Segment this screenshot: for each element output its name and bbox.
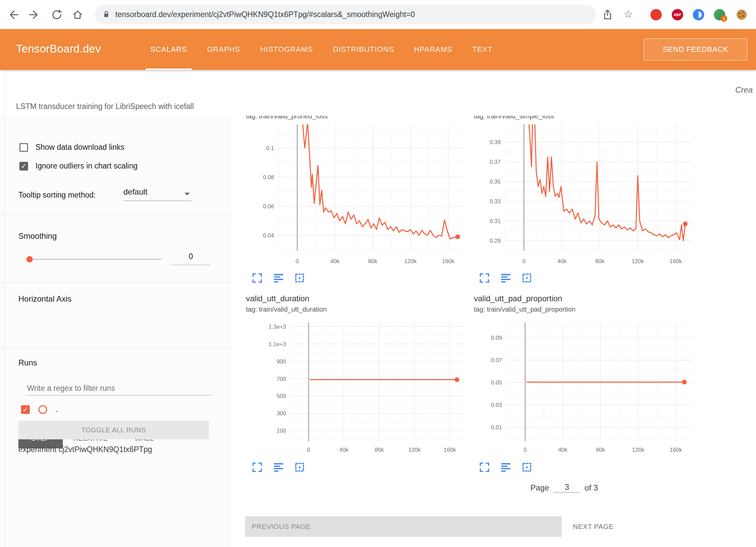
tooltip-sorting-label: Tooltip sorting method: [18, 191, 96, 200]
url-bar[interactable]: tensorboard.dev/experiment/cj2vtPiwQHKN9… [95, 5, 596, 24]
smoothing-slider-thumb[interactable] [26, 256, 33, 262]
bookmark-star-icon[interactable]: ☆ [624, 8, 633, 20]
svg-text:0.04: 0.04 [263, 232, 274, 239]
log-scale-icon[interactable] [273, 462, 284, 473]
svg-text:0.03: 0.03 [491, 402, 502, 408]
svg-text:900: 900 [277, 358, 286, 365]
log-scale-icon[interactable] [500, 272, 511, 284]
svg-text:300: 300 [277, 410, 286, 417]
tab-graphs[interactable]: GRAPHS [207, 29, 240, 70]
svg-text:40k: 40k [558, 447, 568, 453]
smoothing-slider-track[interactable] [27, 259, 161, 260]
svg-text:1.3e+3: 1.3e+3 [269, 324, 286, 330]
chart-plot[interactable]: 040k80k120k160k0.040.060.080.1 [251, 124, 469, 268]
svg-text:160k: 160k [442, 258, 455, 264]
log-scale-icon[interactable] [500, 462, 511, 473]
expand-card-icon[interactable] [252, 272, 263, 284]
chevron-down-icon [184, 193, 190, 196]
show-download-links-label: Show data download links [35, 143, 124, 152]
fit-domain-icon[interactable] [294, 272, 305, 284]
svg-text:120k: 120k [404, 258, 417, 264]
chart-plot[interactable]: 040k80k120k160k0.290.310.330.350.370.39 [479, 124, 696, 268]
chart-plot[interactable]: 040k80k120k160k0.010.030.050.070.09 [479, 322, 696, 456]
browser-toolbar: tensorboard.dev/experiment/cj2vtPiwQHKN9… [0, 0, 756, 29]
toggle-all-runs-button[interactable]: TOGGLE ALL RUNS [18, 421, 209, 439]
clipped-create-text: Crea [735, 85, 753, 95]
tab-text[interactable]: TEXT [472, 29, 492, 70]
runs-label: Runs [18, 358, 37, 367]
svg-text:0.05: 0.05 [491, 379, 502, 386]
svg-text:80k: 80k [375, 447, 384, 453]
svg-text:0.06: 0.06 [263, 203, 274, 210]
expand-card-icon[interactable] [252, 462, 263, 473]
run-row[interactable]: ✓ . [21, 405, 58, 414]
divider [0, 282, 231, 283]
brand-title: TensorBoard.dev [16, 42, 101, 55]
run-color-swatch[interactable] [38, 405, 47, 414]
svg-text:120k: 120k [408, 447, 421, 453]
fit-domain-icon[interactable] [521, 462, 532, 473]
tab-scalars[interactable]: SCALARS [150, 29, 187, 70]
fit-domain-icon[interactable] [294, 462, 305, 473]
expand-card-icon[interactable] [479, 272, 490, 284]
svg-text:0.35: 0.35 [490, 179, 501, 185]
experiment-toolbar: Crea LSTM transducer training for LibriS… [0, 70, 756, 116]
tooltip-sorting-dropdown[interactable]: default [123, 187, 192, 201]
experiment-title: LSTM transducer training for LibriSpeech… [16, 102, 194, 111]
fit-domain-icon[interactable] [521, 272, 532, 284]
svg-text:0.29: 0.29 [490, 238, 501, 244]
back-icon[interactable] [7, 9, 19, 21]
runs-filter-input[interactable] [26, 381, 212, 396]
svg-text:0.01: 0.01 [491, 424, 502, 431]
ignore-outliers-row[interactable]: ✓ Ignore outliers in chart scaling [19, 161, 138, 171]
run-checkbox[interactable]: ✓ [21, 405, 30, 414]
share-icon[interactable] [602, 9, 614, 21]
log-scale-icon[interactable] [273, 272, 284, 284]
svg-text:0.37: 0.37 [490, 159, 501, 165]
run-name-label: . [56, 405, 58, 414]
extension-blocker-icon[interactable] [650, 9, 662, 20]
extension-abp-icon[interactable]: ABP [672, 9, 683, 20]
profile-avatar[interactable]: 1 [714, 9, 725, 20]
expand-card-icon[interactable] [479, 462, 490, 473]
tab-histograms[interactable]: HISTOGRAMS [260, 29, 313, 70]
chart-tag: tag: train/valid_utt_duration [246, 306, 327, 313]
page-number-input[interactable] [554, 482, 580, 493]
previous-page-button[interactable]: PREVIOUS PAGE [245, 516, 562, 537]
svg-text:120k: 120k [632, 447, 644, 453]
tab-distributions[interactable]: DISTRIBUTIONS [333, 29, 394, 70]
chart-title: valid_utt_pad_proportion [474, 294, 562, 303]
show-download-links-row[interactable]: Show data download links [19, 143, 124, 152]
smoothing-value[interactable]: 0 [171, 252, 211, 265]
cookie-icon[interactable] [736, 9, 747, 20]
svg-text:80k: 80k [368, 258, 378, 264]
next-page-button[interactable]: NEXT PAGE [573, 516, 614, 537]
tab-hparams[interactable]: HPARAMS [414, 29, 452, 70]
send-feedback-button[interactable]: SEND FEEDBACK [644, 38, 747, 61]
tooltip-sorting-value: default [123, 187, 147, 196]
svg-text:40k: 40k [557, 258, 566, 264]
forward-icon[interactable] [28, 9, 40, 21]
svg-text:500: 500 [277, 393, 286, 399]
reload-icon[interactable] [51, 9, 63, 21]
ignore-outliers-checkbox[interactable]: ✓ [19, 162, 28, 171]
svg-text:160k: 160k [444, 447, 456, 453]
home-icon[interactable] [72, 9, 84, 21]
chart-title: valid_utt_duration [246, 294, 309, 303]
page-left-edge [4, 70, 5, 547]
svg-text:80k: 80k [596, 447, 605, 453]
svg-text:40k: 40k [339, 447, 349, 453]
svg-text:0.08: 0.08 [263, 174, 274, 181]
extension-blue-icon[interactable] [693, 9, 704, 20]
page-label: Page [530, 483, 549, 493]
show-download-links-checkbox[interactable] [19, 143, 28, 152]
svg-text:0.33: 0.33 [490, 198, 501, 205]
svg-text:40k: 40k [331, 258, 340, 264]
svg-text:160k: 160k [669, 258, 682, 264]
svg-text:0.31: 0.31 [490, 218, 501, 224]
svg-text:1.1e+3: 1.1e+3 [269, 341, 286, 347]
chart-plot[interactable]: 040k80k120k160k1003005007009001.1e+31.3e… [251, 322, 469, 456]
svg-text:0.39: 0.39 [490, 139, 501, 145]
screen: tensorboard.dev/experiment/cj2vtPiwQHKN9… [0, 0, 756, 547]
smoothing-label: Smoothing [18, 231, 57, 241]
